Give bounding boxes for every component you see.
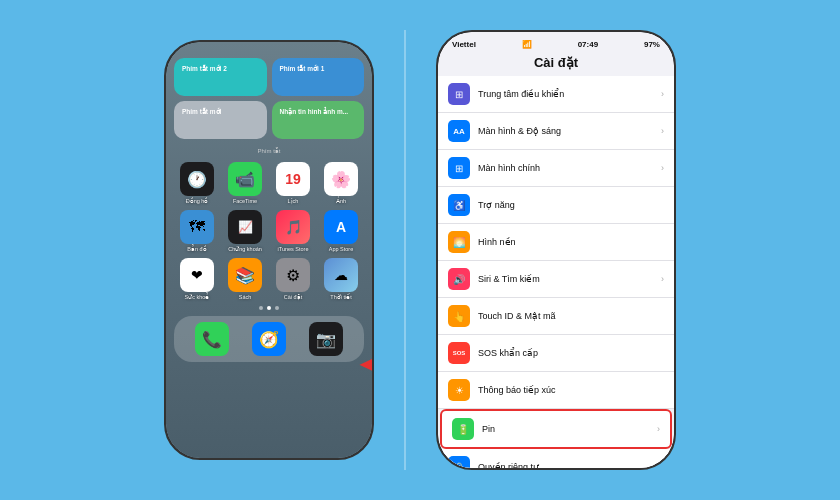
- shortcut-card-3[interactable]: Phím tắt mới: [174, 101, 267, 139]
- settings-item-accessibility[interactable]: ♿ Trợ năng: [438, 187, 674, 224]
- app-label-itunes: iTunes Store: [278, 246, 309, 252]
- dock: 📞 🧭 📷: [174, 316, 364, 362]
- right-phone-screen: Viettel 📶 07:49 97% Cài đặt ⊞ Trung tâm …: [438, 32, 674, 468]
- app-itunes[interactable]: 🎵 iTunes Store: [272, 210, 314, 252]
- dock-camera[interactable]: 📷: [309, 322, 343, 356]
- dot-3: [275, 306, 279, 310]
- app-label-books: Sách: [239, 294, 252, 300]
- wifi-icon: 📶: [522, 40, 532, 49]
- homescreen-label: Màn hình chính: [478, 163, 653, 173]
- privacy-chevron: ›: [661, 462, 664, 468]
- app-label-photos: Ảnh: [336, 198, 346, 204]
- control-center-label: Trung tâm điều khiển: [478, 89, 653, 99]
- app-label-stocks: Chứng khoán: [228, 246, 262, 252]
- left-phone-screen: Phím tắt mới 2 Phím tắt mới 1 Phím tắt m…: [166, 42, 372, 458]
- wallpaper-icon: 🌅: [448, 231, 470, 253]
- battery-right: 97%: [644, 40, 660, 49]
- app-label-maps: Bản đồ: [187, 246, 206, 252]
- app-label-appstore: App Store: [329, 246, 353, 252]
- dock-phone[interactable]: 📞: [195, 322, 229, 356]
- settings-item-touchid[interactable]: 👆 Touch ID & Mật mã: [438, 298, 674, 335]
- privacy-label: Quyền riêng tư: [478, 462, 653, 468]
- wallpaper-label: Hình nền: [478, 237, 664, 247]
- app-label-facetime: FaceTime: [233, 198, 257, 204]
- homescreen-icon: ⊞: [448, 157, 470, 179]
- app-label-settings: Cài đặt: [284, 294, 302, 300]
- battery-icon: 🔋: [452, 418, 474, 440]
- app-weather[interactable]: ☁ Thời tiết: [320, 258, 362, 300]
- time-right: 07:49: [578, 40, 598, 49]
- main-container: Phím tắt mới 2 Phím tắt mới 1 Phím tắt m…: [0, 0, 840, 500]
- shortcut-label-3: Phím tắt mới: [182, 108, 259, 116]
- control-center-chevron: ›: [661, 89, 664, 99]
- settings-item-display[interactable]: AA Màn hình & Độ sáng ›: [438, 113, 674, 150]
- settings-item-wallpaper[interactable]: 🌅 Hình nền: [438, 224, 674, 261]
- settings-item-control-center[interactable]: ⊞ Trung tâm điều khiển ›: [438, 76, 674, 113]
- display-icon: AA: [448, 120, 470, 142]
- shortcut-card-2[interactable]: Phím tắt mới 1: [272, 58, 365, 96]
- status-bar-right: Viettel 📶 07:49 97%: [438, 32, 674, 53]
- settings-item-battery[interactable]: 🔋 Pin ›: [440, 409, 672, 449]
- dock-safari[interactable]: 🧭: [252, 322, 286, 356]
- accessibility-label: Trợ năng: [478, 200, 664, 210]
- homescreen-chevron: ›: [661, 163, 664, 173]
- battery-label: Pin: [482, 424, 649, 434]
- touchid-icon: 👆: [448, 305, 470, 327]
- app-label-weather: Thời tiết: [330, 294, 351, 300]
- settings-item-exposure[interactable]: ☀ Thông báo tiếp xúc: [438, 372, 674, 409]
- app-photos[interactable]: 🌸 Ảnh: [320, 162, 362, 204]
- exposure-label: Thông báo tiếp xúc: [478, 385, 664, 395]
- app-label-health: Sức khoẻ: [185, 294, 210, 300]
- siri-chevron: ›: [661, 274, 664, 284]
- carrier-right: Viettel: [452, 40, 476, 49]
- app-grid: 🕐 Đồng hồ 📹 FaceTime 19 L: [166, 158, 372, 304]
- shortcut-card-1[interactable]: Phím tắt mới 2: [174, 58, 267, 96]
- shortcut-grid: Phím tắt mới 2 Phím tắt mới 1 Phím tắt m…: [166, 54, 372, 145]
- left-arrow-icon: ➤: [358, 349, 372, 380]
- sos-icon: SOS: [448, 342, 470, 364]
- siri-icon: 🔊: [448, 268, 470, 290]
- right-phone: Viettel 📶 07:49 97% Cài đặt ⊞ Trung tâm …: [436, 30, 676, 470]
- shortcuts-section-label: Phím tắt: [166, 145, 372, 158]
- settings-title: Cài đặt: [438, 53, 674, 76]
- app-label-calendar: Lịch: [288, 198, 299, 204]
- settings-item-sos[interactable]: SOS SOS khẩn cấp: [438, 335, 674, 372]
- settings-item-privacy[interactable]: 🔒 Quyền riêng tư ›: [438, 449, 674, 468]
- app-books[interactable]: 📚 Sách: [224, 258, 266, 300]
- sos-label: SOS khẩn cấp: [478, 348, 664, 358]
- divider: [404, 30, 406, 470]
- home-wallpaper: Phím tắt mới 2 Phím tắt mới 1 Phím tắt m…: [166, 42, 372, 458]
- shortcut-label-1: Phím tắt mới 2: [182, 65, 259, 73]
- shortcut-label-2: Phím tắt mới 1: [280, 65, 357, 73]
- siri-label: Siri & Tìm kiếm: [478, 274, 653, 284]
- app-maps[interactable]: 🗺 Bản đồ: [176, 210, 218, 252]
- app-label-clock: Đồng hồ: [186, 198, 209, 204]
- app-health[interactable]: ❤ Sức khoẻ: [176, 258, 218, 300]
- control-center-icon: ⊞: [448, 83, 470, 105]
- dot-1: [259, 306, 263, 310]
- left-arrow-container: ➤: [358, 349, 372, 380]
- app-stocks[interactable]: 📈 Chứng khoán: [224, 210, 266, 252]
- settings-item-homescreen[interactable]: ⊞ Màn hình chính ›: [438, 150, 674, 187]
- touchid-label: Touch ID & Mật mã: [478, 311, 664, 321]
- exposure-icon: ☀: [448, 379, 470, 401]
- shortcut-label-4: Nhận tin hình ảnh m...: [280, 108, 357, 116]
- app-settings[interactable]: ⚙ Cài đặt: [272, 258, 314, 300]
- settings-item-siri[interactable]: 🔊 Siri & Tìm kiếm ›: [438, 261, 674, 298]
- accessibility-icon: ♿: [448, 194, 470, 216]
- app-facetime[interactable]: 📹 FaceTime: [224, 162, 266, 204]
- app-clock[interactable]: 🕐 Đồng hồ: [176, 162, 218, 204]
- privacy-icon: 🔒: [448, 456, 470, 468]
- settings-list: ⊞ Trung tâm điều khiển › AA Màn hình & Đ…: [438, 76, 674, 468]
- dot-2: [267, 306, 271, 310]
- app-appstore[interactable]: A App Store: [320, 210, 362, 252]
- page-dots: [166, 304, 372, 312]
- display-label: Màn hình & Độ sáng: [478, 126, 653, 136]
- display-chevron: ›: [661, 126, 664, 136]
- status-bar-left: [166, 42, 372, 54]
- left-phone: Phím tắt mới 2 Phím tắt mới 1 Phím tắt m…: [164, 40, 374, 460]
- shortcut-card-4[interactable]: Nhận tin hình ảnh m...: [272, 101, 365, 139]
- app-calendar[interactable]: 19 Lịch: [272, 162, 314, 204]
- battery-chevron: ›: [657, 424, 660, 434]
